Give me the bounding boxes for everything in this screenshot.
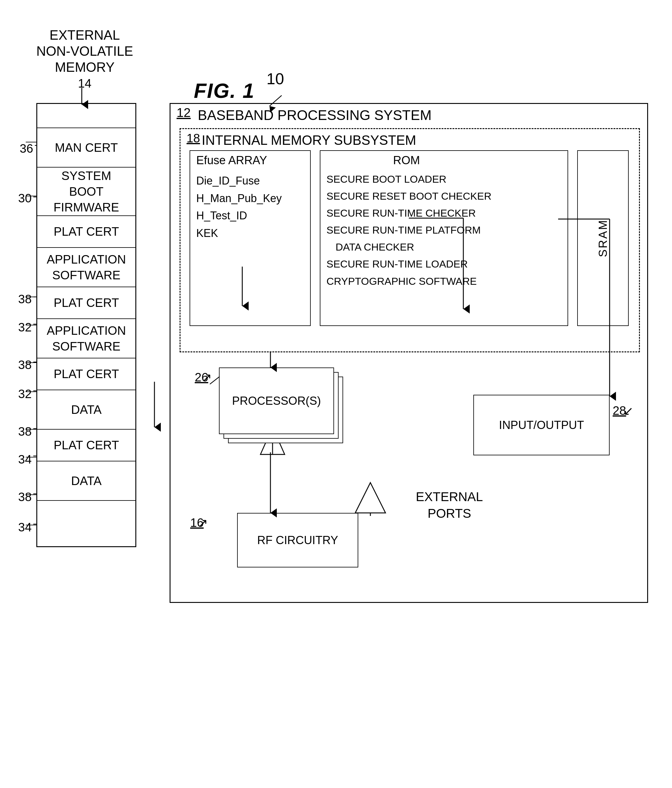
internal-mem-ref: 18 bbox=[187, 132, 200, 145]
mem-cell-data-2: DATA bbox=[37, 461, 135, 501]
svg-marker-22 bbox=[355, 483, 385, 513]
rom-item-7: CRYPTOGRAPHIC SOFTWARE bbox=[326, 273, 491, 290]
ref-30: 30 bbox=[18, 191, 32, 205]
mem-cell-plat-cert-3: PLAT CERT bbox=[37, 358, 135, 390]
rf-label: RF CIRCUITRY bbox=[257, 534, 338, 547]
rom-item-5: DATA CHECKER bbox=[326, 238, 491, 256]
mem-cell-plat-cert-4: PLAT CERT bbox=[37, 430, 135, 461]
external-ports-text: EXTERNAL PORTS bbox=[416, 489, 483, 521]
rf-ref-arrow: ↗ bbox=[198, 516, 208, 530]
io-box: INPUT/OUTPUT bbox=[473, 395, 610, 455]
efuse-field-1: Die_ID_Fuse bbox=[196, 172, 282, 190]
ref-34b: 34 bbox=[18, 521, 32, 534]
mem-cell-app-sw-2: APPLICATIONSOFTWARE bbox=[37, 319, 135, 358]
rom-title: ROM bbox=[393, 154, 420, 167]
ref-36: 36 bbox=[20, 142, 33, 156]
rom-item-1: SECURE BOOT LOADER bbox=[326, 170, 491, 187]
rom-item-3: SECURE RUN-TIME CHECKER bbox=[326, 205, 491, 221]
sram-box: SRAM bbox=[577, 150, 629, 326]
figure-title: FIG. 1 bbox=[194, 79, 255, 102]
rom-box: ROM SECURE BOOT LOADER SECURE RESET BOOT… bbox=[320, 150, 568, 326]
mem-cell-system-boot: SYSTEMBOOTFIRMWARE bbox=[37, 168, 135, 216]
rf-box: RF CIRCUITRY bbox=[237, 513, 358, 567]
external-memory-text: EXTERNAL NON-VOLATILE MEMORY bbox=[36, 27, 133, 75]
external-ports-label: EXTERNAL PORTS bbox=[416, 489, 483, 522]
mem-cell-app-sw-1: APPLICATIONSOFTWARE bbox=[37, 248, 135, 287]
efuse-field-4: KEK bbox=[196, 224, 282, 242]
mem-cell-empty-bottom bbox=[37, 501, 135, 546]
external-memory-column: MAN CERT SYSTEMBOOTFIRMWARE PLAT CERT AP… bbox=[36, 103, 136, 547]
processor-label: PROCESSOR(S) bbox=[232, 394, 321, 407]
efuse-title: Efuse ARRAY bbox=[196, 154, 267, 167]
diagram-container: EXTERNAL NON-VOLATILE MEMORY 14 MAN CERT… bbox=[18, 18, 654, 775]
io-ref-arrow: ↙ bbox=[623, 404, 634, 418]
external-memory-label: EXTERNAL NON-VOLATILE MEMORY 14 bbox=[36, 27, 133, 91]
ref-38b: 38 bbox=[18, 358, 32, 372]
processor-container: PROCESSOR(S) bbox=[219, 367, 346, 446]
rom-content: SECURE BOOT LOADER SECURE RESET BOOT CHE… bbox=[326, 170, 491, 290]
ref-38a: 38 bbox=[18, 292, 32, 306]
mem-cell-plat-cert-2: PLAT CERT bbox=[37, 287, 135, 319]
figure-number: 10 bbox=[266, 70, 284, 88]
efuse-field-3: H_Test_ID bbox=[196, 207, 282, 224]
ref-34a: 34 bbox=[18, 453, 32, 466]
ref-32b: 32 bbox=[18, 387, 32, 401]
external-memory-ref: 14 bbox=[78, 77, 92, 90]
rom-item-2: SECURE RESET BOOT CHECKER bbox=[326, 187, 491, 205]
rom-item-6: SECURE RUN-TIME LOADER bbox=[326, 256, 491, 272]
efuse-content: Die_ID_Fuse H_Man_Pub_Key H_Test_ID KEK bbox=[196, 172, 282, 242]
sram-title: SRAM bbox=[597, 219, 610, 257]
processor-ref-arrow: ↗ bbox=[202, 370, 212, 384]
io-label: INPUT/OUTPUT bbox=[499, 419, 584, 432]
mem-cell-data-1: DATA bbox=[37, 390, 135, 430]
baseband-box: 12 BASEBAND PROCESSING SYSTEM 18 INTERNA… bbox=[170, 103, 648, 603]
mem-cell-plat-cert-1: PLAT CERT bbox=[37, 216, 135, 248]
ref-32a: 32 bbox=[18, 321, 32, 334]
mem-cell-man-cert: MAN CERT bbox=[37, 128, 135, 168]
internal-memory-box: 18 INTERNAL MEMORY SUBSYSTEM Efuse ARRAY… bbox=[179, 128, 640, 352]
baseband-title: BASEBAND PROCESSING SYSTEM bbox=[198, 107, 431, 123]
efuse-box: Efuse ARRAY Die_ID_Fuse H_Man_Pub_Key H_… bbox=[190, 150, 311, 326]
efuse-field-2: H_Man_Pub_Key bbox=[196, 190, 282, 207]
processor-box: PROCESSOR(S) bbox=[219, 367, 334, 434]
antenna-svg bbox=[352, 480, 388, 516]
internal-mem-title: INTERNAL MEMORY SUBSYSTEM bbox=[202, 133, 416, 148]
ref-38d: 38 bbox=[18, 490, 32, 504]
mem-cell-empty-top bbox=[37, 104, 135, 128]
ref-38c: 38 bbox=[18, 425, 32, 438]
rom-item-4: SECURE RUN-TIME PLATFORM bbox=[326, 221, 491, 238]
baseband-ref: 12 bbox=[177, 105, 191, 120]
